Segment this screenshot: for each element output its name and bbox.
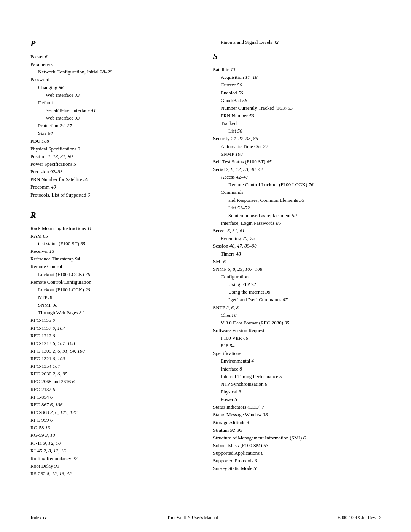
- list-item: Procomm 40: [30, 183, 198, 191]
- list-item: Environmental 4: [221, 357, 381, 365]
- footer-center: TimeVault™ User's Manual: [167, 515, 218, 521]
- list-item: SNMP 38: [38, 301, 198, 309]
- r-section-entries: Rack Mounting Instructions 11 RAM 65 tes…: [30, 225, 198, 478]
- list-item: Interface, Login Passwords 86: [221, 219, 381, 227]
- list-item: PRN Number for Satellite 56: [30, 176, 198, 183]
- list-item: RFC-1213 6, 107–108: [30, 340, 198, 347]
- list-item: RG-59 3, 13: [30, 431, 198, 439]
- list-item: RAM 65: [30, 232, 198, 240]
- list-item: Storage Altitude 4: [213, 419, 381, 427]
- list-item: Acquisition 17–18: [221, 73, 381, 81]
- list-item: RFC-1155 6: [30, 316, 198, 324]
- list-item: NTP Synchronization 6: [221, 380, 381, 388]
- list-item: Good/Bad 56: [221, 97, 381, 104]
- list-item: Renaming 70, 75: [221, 235, 381, 242]
- list-item: PRN Number 56: [221, 112, 381, 120]
- list-item: RFC-1354 107: [30, 363, 198, 370]
- list-item: Network Configuration, Initial 28–29: [38, 68, 198, 76]
- list-item: Through Web Pages 31: [38, 309, 198, 316]
- list-item: RFC-1321 6, 100: [30, 355, 198, 363]
- list-item: Semicolon used as replacement 50: [228, 212, 381, 219]
- list-item: Structure of Management Information (SMI…: [213, 434, 381, 442]
- list-item: Serial/Telnet Interface 41: [46, 107, 198, 114]
- list-item: Root Delay 93: [30, 462, 198, 470]
- list-item: Satellite 13: [213, 66, 381, 73]
- list-item: Client 6: [221, 312, 381, 319]
- list-item: List 56: [228, 127, 381, 135]
- list-item: Server 6, 31, 61: [213, 227, 381, 235]
- section-r-letter: R: [30, 210, 198, 220]
- top-rule: [30, 23, 381, 23]
- list-item: Rack Mounting Instructions 11: [30, 225, 198, 232]
- list-item: Physical Specifications 3: [30, 145, 198, 153]
- list-item: F18 54: [221, 342, 381, 350]
- list-item: Supported Applications 8: [213, 449, 381, 457]
- list-item: RFC-2068 and 2616 6: [30, 378, 198, 385]
- list-item: RFC-867 6, 106: [30, 401, 198, 409]
- list-item: Self Test Status (F100 ST) 65: [213, 158, 381, 166]
- list-item: RFC-2030 2, 6, 95: [30, 370, 198, 378]
- list-item: RJ-11 9, 12, 16: [30, 439, 198, 447]
- list-item: PDU 108: [30, 137, 198, 145]
- list-item: and Responses, Common Elements 53: [228, 197, 381, 204]
- list-item: Software Version Request: [213, 327, 381, 334]
- list-item: Protection 24–27: [38, 122, 198, 129]
- list-item: Physical 3: [221, 388, 381, 396]
- p-section-entries: Packet 6 Parameters Network Configuratio…: [30, 53, 198, 199]
- list-item: RFC-1305 2, 6, 91, 94, 100: [30, 347, 198, 355]
- list-item: Remote Control Lockout (F100 LOCK) 76: [228, 181, 381, 189]
- list-item: Protocols, List of Supported 6: [30, 191, 198, 199]
- list-item: Survey Static Mode 55: [213, 465, 381, 472]
- section-p-letter: P: [30, 38, 198, 48]
- list-item: Status Indicators (LED) 7: [213, 403, 381, 411]
- list-item: Specifications: [213, 350, 381, 357]
- list-item: Changing 86: [38, 84, 198, 91]
- list-item: RFC-959 6: [30, 416, 198, 424]
- list-item: Status Message Window 33: [213, 411, 381, 419]
- list-item: Access 42–47: [221, 173, 381, 181]
- list-item: Enabled 56: [221, 89, 381, 97]
- section-s-letter: S: [213, 51, 381, 61]
- footer-left: Index-iv: [30, 515, 47, 521]
- list-item: Commands: [221, 189, 381, 196]
- list-item: RFC-854 6: [30, 393, 198, 401]
- list-item: Size 64: [38, 129, 198, 137]
- list-item: Remote Control: [30, 263, 198, 270]
- list-item: Subnet Mask (F100 SM) 63: [213, 442, 381, 449]
- pinouts-entry: Pinouts and Signal Levels 42: [213, 38, 381, 46]
- list-item: RFC-1157 6, 107: [30, 324, 198, 332]
- list-item: Web Interface 33: [46, 91, 198, 99]
- list-item: RFC-2132 6: [30, 386, 198, 393]
- list-item: V 3.0 Data Format (RFC-2030) 95: [221, 319, 381, 327]
- list-item: Lockout (F100 LOCK) 26: [38, 286, 198, 294]
- list-item: Session 40, 47, 89–90: [213, 242, 381, 250]
- list-item: Password: [30, 76, 198, 83]
- right-column: Pinouts and Signal Levels 42 S Satellite…: [213, 38, 381, 478]
- list-item: NTP 36: [38, 294, 198, 301]
- list-item: Timers 48: [221, 250, 381, 258]
- list-item: test status (F100 ST) 65: [38, 240, 198, 248]
- list-item: Current 56: [221, 81, 381, 89]
- list-item: RS-232 8, 12, 16, 42: [30, 470, 198, 478]
- list-item: Using FTP 72: [228, 281, 381, 288]
- list-item: RFC-868 2, 6, 125, 127: [30, 409, 198, 416]
- list-item: List 51–52: [228, 204, 381, 212]
- list-item: Interface 8: [221, 365, 381, 373]
- list-item: Default: [38, 99, 198, 107]
- list-item: Stratum 92–93: [213, 427, 381, 434]
- list-item: Security 24–27, 33, 86: [213, 135, 381, 142]
- list-item: SNTP 2, 6, 8: [213, 304, 381, 312]
- list-item: Using the Internet 38: [228, 288, 381, 296]
- list-item: Internal Timing Performance 5: [221, 373, 381, 380]
- list-item: "get" and "set" Commands 67: [228, 296, 381, 304]
- list-item: RFC-1212 6: [30, 332, 198, 340]
- list-item: SNMP 6, 8, 29, 107–108: [213, 265, 381, 273]
- page: P Packet 6 Parameters Network Configurat…: [0, 0, 411, 532]
- list-item: Remote Control/Configuration: [30, 278, 198, 286]
- footer: Index-iv TimeVault™ User's Manual 6000-1…: [30, 515, 381, 521]
- list-item: Parameters: [30, 61, 198, 68]
- list-item: Position 1, 18, 31, 89: [30, 153, 198, 160]
- list-item: RG-58 13: [30, 424, 198, 431]
- list-item: Packet 6: [30, 53, 198, 61]
- list-item: Tracked: [221, 120, 381, 127]
